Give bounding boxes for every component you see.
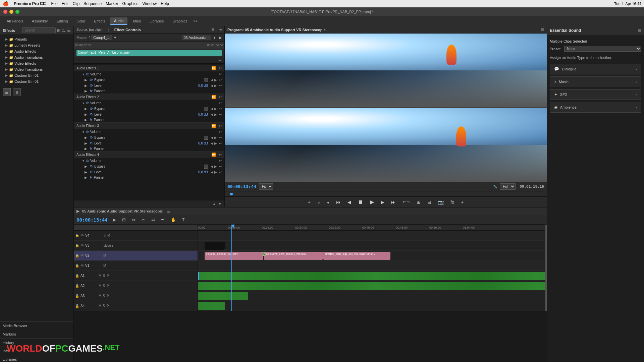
track-lock-v2[interactable]: 🔒: [75, 254, 79, 257]
maximize-button[interactable]: [15, 10, 19, 14]
tree-item-audio-transitions[interactable]: ▶ 📁 Audio Transitions: [0, 54, 73, 60]
left-arrow-icon[interactable]: ◀: [211, 113, 213, 116]
track-sync-v4[interactable]: ⊙: [103, 234, 106, 237]
tree-item-video-effects[interactable]: ▶ 📁 Video Effects: [0, 60, 73, 66]
bypass-expand[interactable]: ▶: [85, 136, 87, 139]
wrench-icon[interactable]: 🔧: [493, 185, 497, 188]
a3-clip[interactable]: [198, 292, 248, 300]
ae-expand-icon[interactable]: ⏩: [211, 153, 216, 157]
ae-reset-small[interactable]: ↩: [219, 165, 222, 168]
ae-reset-icon[interactable]: ↩: [219, 72, 222, 76]
bypass-expand[interactable]: ▶: [85, 78, 87, 82]
tree-item-lumetri[interactable]: ▶ 📁 Lumetri Presets: [0, 42, 73, 48]
tl-tool-pen[interactable]: ✒: [160, 217, 166, 223]
markers-section[interactable]: Markers: [0, 330, 73, 338]
refresh-icon[interactable]: ⟳: [90, 170, 93, 174]
right-arrow-icon[interactable]: ▶: [214, 165, 217, 168]
track-mic-a1[interactable]: 🎙: [106, 274, 110, 278]
tl-tool-hand[interactable]: ✋: [170, 217, 177, 223]
ae-group-header-4[interactable]: Audio Effects 4 ⏩ ↩: [74, 152, 224, 158]
tab-all-panels[interactable]: All Panels: [3, 18, 27, 24]
left-arrow-icon[interactable]: ◀: [211, 141, 213, 145]
expand-arrow[interactable]: ▼: [82, 130, 85, 134]
step-forward-btn[interactable]: ⏭: [390, 199, 397, 205]
ae-reset-small[interactable]: ↩: [219, 113, 222, 116]
refresh-icon[interactable]: ⟳: [90, 164, 93, 169]
refresh-icon[interactable]: ⟳: [90, 112, 93, 117]
a4-content[interactable]: [198, 301, 547, 311]
track-mute-a2[interactable]: M: [99, 284, 101, 288]
v1-content[interactable]: [198, 261, 547, 271]
track-mute-v2[interactable]: M: [103, 254, 106, 257]
v2-clip-1[interactable]: pin0060_complH_v02.mov: [205, 252, 263, 260]
expand-arrow[interactable]: ▼: [82, 73, 85, 76]
tl-tool-slip[interactable]: ⇄: [150, 217, 156, 223]
level-expand[interactable]: ▶: [85, 84, 87, 87]
track-mic-a3[interactable]: 🎙: [106, 294, 110, 298]
add-track-btn[interactable]: +: [460, 199, 465, 205]
tab-libraries[interactable]: Libraries: [146, 18, 168, 24]
clip-dropdown-arrow[interactable]: ▼: [113, 36, 117, 40]
left-arrow-icon[interactable]: ◀: [211, 136, 213, 139]
panner-expand[interactable]: ▶: [85, 176, 87, 179]
a1-content[interactable]: [198, 271, 547, 281]
menu-clip[interactable]: Clip: [72, 1, 79, 6]
right-arrow-icon[interactable]: ▶: [214, 170, 217, 174]
refresh-icon[interactable]: ⟳: [90, 78, 93, 82]
sequence-dropdown-arrow[interactable]: ▼: [213, 36, 216, 40]
track-mute-v1[interactable]: M: [103, 264, 106, 267]
ae-expand-icon[interactable]: ⏩: [211, 66, 216, 70]
quality-dropdown[interactable]: Full: [500, 183, 516, 190]
clip-selector[interactable]: Camp4_...: [92, 35, 112, 40]
apple-menu[interactable]: 🍎: [3, 1, 8, 6]
tab-editing[interactable]: Editing: [53, 18, 72, 24]
a2-content[interactable]: [198, 281, 547, 291]
tl-tool-razor[interactable]: ✂: [141, 217, 146, 223]
scroll-down-icon[interactable]: ▼: [218, 202, 222, 206]
ae-reset-icon[interactable]: ↩: [219, 153, 222, 157]
stop-btn[interactable]: ⏹: [357, 198, 365, 206]
mark-out-btn[interactable]: ⬥: [325, 199, 331, 205]
bypass-checkbox-1[interactable]: [204, 78, 208, 82]
track-mute-a4[interactable]: M: [99, 304, 101, 308]
ae-reset-icon[interactable]: ↩: [219, 101, 222, 105]
ae-group-header-3[interactable]: Audio Effects 3 ⏩ ↩: [74, 123, 224, 129]
es-sfx-btn[interactable]: ✦ SFX ›: [550, 89, 641, 100]
ae-reset-small[interactable]: ↩: [219, 107, 222, 111]
level-expand[interactable]: ▶: [85, 170, 87, 174]
right-arrow-icon[interactable]: ▶: [214, 136, 217, 139]
reset-all-icon[interactable]: ↩: [218, 58, 222, 63]
menu-help[interactable]: Help: [161, 1, 169, 6]
panner-expand[interactable]: ▶: [85, 118, 87, 122]
libraries-section[interactable]: Libraries: [0, 355, 73, 362]
panner-expand[interactable]: ▶: [85, 89, 87, 93]
track-lock-a2[interactable]: 🔒: [75, 284, 79, 288]
tl-tool-rolling[interactable]: ⇔: [131, 217, 137, 223]
track-mute-v4[interactable]: M: [107, 234, 110, 237]
tl-tool-ripple[interactable]: ⊞: [121, 217, 127, 223]
right-arrow-icon[interactable]: ▶: [214, 113, 217, 116]
bypass-checkbox-2[interactable]: [204, 107, 208, 111]
es-menu-icon[interactable]: ☰: [638, 28, 641, 33]
expand-arrow[interactable]: ▼: [82, 102, 85, 105]
track-lock-a3[interactable]: 🔒: [75, 294, 79, 298]
track-lock-v4[interactable]: 🔒: [75, 234, 79, 237]
es-preset-dropdown[interactable]: None: [564, 46, 641, 52]
track-solo-a4[interactable]: S: [103, 304, 105, 308]
menu-graphics[interactable]: Graphics: [122, 1, 138, 6]
tree-item-custom-bin-2[interactable]: ▶ 📁 Custom Bin 01: [0, 78, 73, 84]
mark-in-btn[interactable]: ⬦: [316, 199, 321, 205]
play-btn[interactable]: ▶: [219, 36, 222, 40]
tree-item-video-transitions[interactable]: ▶ 📁 Video Transitions: [0, 66, 73, 72]
track-solo-a2[interactable]: S: [103, 284, 105, 288]
ae-group-header-1[interactable]: Audio Effects 1 ⏩ ↩: [74, 65, 224, 71]
insert-btn[interactable]: ⊞: [415, 199, 422, 205]
track-solo-a3[interactable]: S: [103, 294, 105, 298]
track-eye-v4[interactable]: 👁: [80, 234, 84, 237]
forward-frame-btn[interactable]: ▶: [379, 199, 386, 205]
ae-expand-icon[interactable]: ⏩: [211, 124, 216, 128]
play-btn[interactable]: ▶: [369, 198, 375, 206]
back-frame-btn[interactable]: ◀: [346, 199, 353, 205]
menu-sequence[interactable]: Sequence: [84, 1, 102, 6]
ae-reset-small[interactable]: ↩: [219, 78, 222, 82]
